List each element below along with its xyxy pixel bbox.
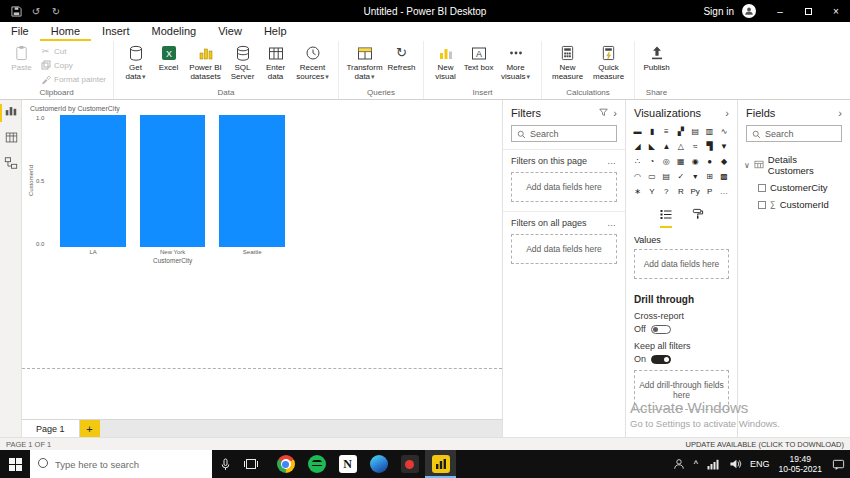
python-visual-icon[interactable]: Py bbox=[689, 185, 702, 198]
key-influencers-icon[interactable]: ∗ bbox=[631, 185, 644, 198]
minimize-icon[interactable]: – bbox=[766, 0, 794, 22]
multi-row-card-icon[interactable]: ▤ bbox=[660, 170, 673, 183]
stacked-bar-chart-icon[interactable]: ▬ bbox=[631, 125, 644, 138]
drill-through-dropzone[interactable]: Add drill-through fields here bbox=[634, 370, 729, 410]
refresh-button[interactable]: ↻ Refresh bbox=[385, 42, 418, 72]
more-visuals-option-icon[interactable]: … bbox=[718, 185, 731, 198]
ribbon-chart-icon[interactable]: ≈ bbox=[689, 140, 702, 153]
table-node[interactable]: ∨ Details Customers bbox=[738, 149, 850, 179]
table-icon[interactable]: ⊞ bbox=[703, 170, 716, 183]
kpi-icon[interactable]: ✓ bbox=[674, 170, 687, 183]
collapse-pane-icon[interactable]: › bbox=[725, 108, 729, 119]
page-tab[interactable]: Page 1 bbox=[22, 420, 80, 437]
new-visual-button[interactable]: New visual bbox=[429, 42, 462, 81]
power-bi-datasets-button[interactable]: Power BI datasets bbox=[185, 42, 226, 81]
bar-chart-visual[interactable]: CustomerId by CustomerCity CustomerId 1.… bbox=[28, 103, 298, 285]
account-avatar[interactable] bbox=[742, 4, 756, 18]
enter-data-button[interactable]: Enter data bbox=[259, 42, 292, 81]
save-icon[interactable] bbox=[8, 3, 24, 19]
new-measure-button[interactable]: New measure bbox=[547, 42, 588, 81]
decomposition-tree-icon[interactable]: Y bbox=[645, 185, 658, 198]
filters-page-dropzone[interactable]: Add data fields here bbox=[511, 172, 617, 202]
format-tab[interactable] bbox=[692, 206, 704, 228]
clustered-column-chart-icon[interactable]: ▞ bbox=[674, 125, 687, 138]
taskbar-search-box[interactable] bbox=[30, 450, 212, 478]
r-script-visual-icon[interactable]: R bbox=[674, 185, 687, 198]
power-apps-visual-icon[interactable]: P bbox=[703, 185, 716, 198]
gauge-icon[interactable]: ◠ bbox=[631, 170, 644, 183]
funnel-chart-icon[interactable]: ▼ bbox=[718, 140, 731, 153]
card-icon[interactable]: ▭ bbox=[645, 170, 658, 183]
line-and-stacked-column-chart-icon[interactable]: ▲ bbox=[660, 140, 673, 153]
close-icon[interactable]: × bbox=[822, 0, 850, 22]
filters-search-box[interactable] bbox=[511, 125, 617, 142]
stacked-area-chart-icon[interactable]: ◣ bbox=[645, 140, 658, 153]
tab-view[interactable]: View bbox=[207, 22, 253, 41]
100-stacked-column-chart-icon[interactable]: ▥ bbox=[703, 125, 716, 138]
field-row-customercity[interactable]: CustomerCity bbox=[738, 179, 850, 196]
field-checkbox[interactable] bbox=[758, 184, 766, 192]
sql-server-button[interactable]: SQL Server bbox=[226, 42, 259, 81]
filters-search-input[interactable] bbox=[530, 129, 611, 139]
recent-sources-button[interactable]: Recent sources▾ bbox=[292, 42, 333, 81]
treemap-icon[interactable]: ▦ bbox=[674, 155, 687, 168]
field-checkbox[interactable] bbox=[758, 201, 766, 209]
start-button[interactable] bbox=[0, 450, 30, 478]
get-data-button[interactable]: Get data▾ bbox=[119, 42, 152, 81]
new-page-button[interactable]: + bbox=[80, 420, 100, 437]
tab-help[interactable]: Help bbox=[253, 22, 298, 41]
slicer-icon[interactable]: ▾ bbox=[689, 170, 702, 183]
chevron-down-icon[interactable]: ∨ bbox=[744, 161, 750, 170]
people-icon[interactable] bbox=[670, 450, 688, 478]
line-and-clustered-column-chart-icon[interactable]: △ bbox=[674, 140, 687, 153]
tab-insert[interactable]: Insert bbox=[91, 22, 141, 41]
filled-map-icon[interactable]: ● bbox=[703, 155, 716, 168]
fields-search-box[interactable] bbox=[746, 125, 842, 142]
tab-home[interactable]: Home bbox=[40, 22, 91, 41]
taskbar-search-input[interactable] bbox=[55, 459, 205, 470]
bar-la[interactable] bbox=[60, 115, 126, 247]
text-box-button[interactable]: A Text box bbox=[462, 42, 495, 72]
update-available-link[interactable]: UPDATE AVAILABLE (CLICK TO DOWNLOAD) bbox=[685, 440, 844, 449]
filters-all-pages-dropzone[interactable]: Add data fields here bbox=[511, 234, 617, 264]
transform-data-button[interactable]: Transform data▾ bbox=[344, 42, 385, 81]
line-chart-icon[interactable]: ∿ bbox=[718, 125, 731, 138]
publish-button[interactable]: Publish bbox=[640, 42, 673, 72]
clustered-bar-chart-icon[interactable]: ≡ bbox=[660, 125, 673, 138]
stacked-column-chart-icon[interactable]: ▮ bbox=[645, 125, 658, 138]
restore-icon[interactable] bbox=[794, 0, 822, 22]
taskbar-app-media-player[interactable] bbox=[394, 450, 425, 478]
map-icon[interactable]: ◉ bbox=[689, 155, 702, 168]
task-view-icon[interactable] bbox=[238, 450, 264, 478]
field-row-customerid[interactable]: ∑ CustomerId bbox=[738, 196, 850, 213]
donut-chart-icon[interactable]: ◎ bbox=[660, 155, 673, 168]
quick-measure-button[interactable]: Quick measure bbox=[588, 42, 629, 81]
more-options-icon[interactable]: … bbox=[607, 156, 617, 166]
collapse-pane-icon[interactable]: › bbox=[838, 108, 842, 119]
sign-in-button[interactable]: Sign in bbox=[703, 6, 734, 17]
more-options-icon[interactable]: … bbox=[607, 218, 617, 228]
fields-search-input[interactable] bbox=[765, 129, 836, 139]
values-dropzone[interactable]: Add data fields here bbox=[634, 249, 729, 279]
keep-all-filters-toggle[interactable] bbox=[651, 355, 671, 364]
action-center-icon[interactable] bbox=[829, 450, 847, 478]
language-indicator[interactable]: ENG bbox=[748, 459, 772, 469]
report-canvas[interactable]: CustomerId by CustomerCity CustomerId 1.… bbox=[22, 100, 502, 437]
undo-icon[interactable]: ↺ bbox=[28, 3, 44, 19]
area-chart-icon[interactable]: ◢ bbox=[631, 140, 644, 153]
tab-modeling[interactable]: Modeling bbox=[141, 22, 208, 41]
cross-report-toggle[interactable] bbox=[651, 325, 671, 334]
fields-tab[interactable] bbox=[660, 206, 672, 228]
speaker-icon[interactable] bbox=[726, 450, 744, 478]
waterfall-chart-icon[interactable]: ▜ bbox=[703, 140, 716, 153]
hidden-icons-chevron[interactable]: ^ bbox=[692, 459, 700, 469]
microphone-icon[interactable] bbox=[212, 450, 238, 478]
taskbar-app-notion[interactable]: N bbox=[332, 450, 363, 478]
tab-file[interactable]: File bbox=[0, 22, 40, 41]
taskbar-app-chrome[interactable] bbox=[270, 450, 301, 478]
redo-icon[interactable]: ↻ bbox=[48, 3, 64, 19]
network-icon[interactable] bbox=[704, 450, 722, 478]
excel-button[interactable]: X Excel bbox=[152, 42, 185, 72]
model-view-button[interactable] bbox=[0, 152, 22, 178]
more-visuals-button[interactable]: More visuals▾ bbox=[495, 42, 536, 81]
